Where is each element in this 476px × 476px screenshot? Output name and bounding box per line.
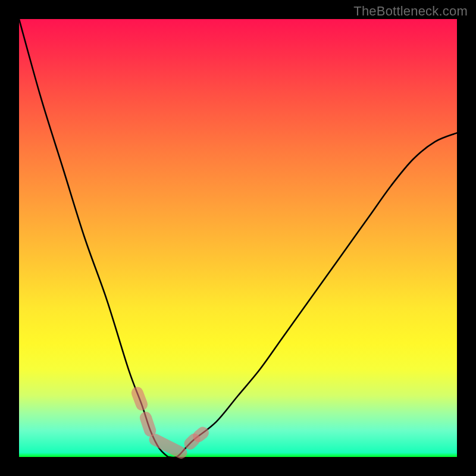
bottleneck-curve-left bbox=[19, 19, 168, 457]
curve-layer bbox=[19, 19, 457, 457]
watermark-text: TheBottleneck.com bbox=[353, 4, 468, 19]
bottleneck-curve-right bbox=[168, 133, 457, 457]
plot-area bbox=[19, 19, 457, 457]
chart-frame: TheBottleneck.com bbox=[0, 0, 476, 476]
